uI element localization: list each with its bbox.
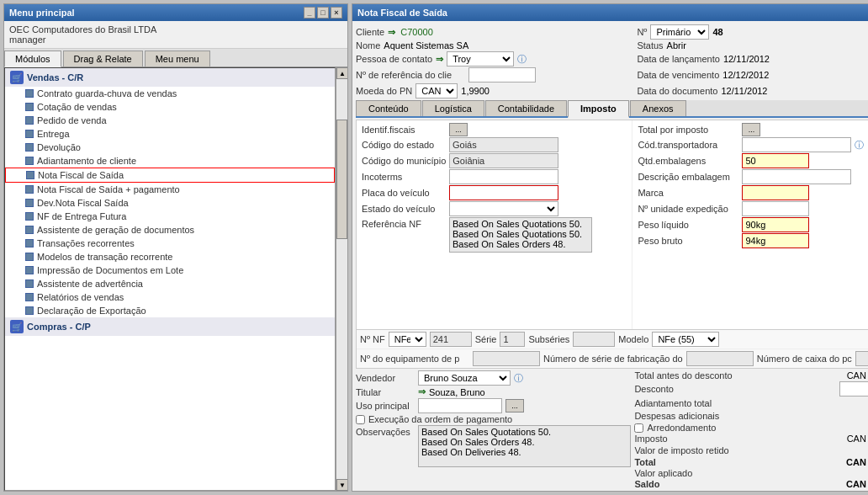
bottom-section: Vendedor Bruno Souza ⓘ Titular ⇒ Souza, … — [356, 370, 868, 489]
close-btn[interactable]: × — [331, 7, 342, 19]
cod-transp-input[interactable] — [742, 137, 851, 152]
nr-exp-input[interactable] — [742, 201, 809, 216]
status-label: Status — [637, 40, 663, 51]
left-title: Menu principal — [9, 8, 75, 18]
qtd-emb-input[interactable] — [742, 153, 809, 168]
menu-item-16[interactable]: Declaração de Exportação — [5, 304, 335, 317]
doc-value: 12/11/2012 — [721, 86, 767, 96]
n-label: Nº — [637, 27, 647, 37]
item-icon-7 — [25, 185, 34, 194]
right-window: Nota Fiscal de Saída _ □ × Cliente ⇒ C70… — [352, 3, 868, 492]
imposto-content: Identif.fiscais ... Código do estado Cód… — [357, 120, 868, 329]
identif-label: Identif.fiscais — [362, 125, 446, 135]
tab-logistica[interactable]: Logística — [422, 100, 484, 116]
modelo-label: Modelo — [618, 334, 648, 344]
nf-type-select[interactable]: NFe — [389, 332, 426, 347]
menu-item-9[interactable]: NF de Entrega Futura — [5, 210, 335, 223]
n-type-select[interactable]: Primário — [650, 24, 709, 40]
item-icon-13 — [25, 266, 34, 274]
tab-imposto[interactable]: Imposto — [568, 100, 629, 118]
section-compras[interactable]: 🛒 Compras - C/P — [5, 317, 335, 336]
peso-bruto-input[interactable] — [742, 233, 809, 248]
placa-label: Placa do veículo — [362, 188, 446, 198]
item-icon-11 — [25, 239, 34, 248]
menu-item-12[interactable]: Modelos de transação recorrente — [5, 250, 335, 263]
total-val-label: Total — [634, 457, 822, 467]
company-name: OEC Computadores do Brasil LTDA — [9, 24, 342, 35]
status-row: Status Abrir — [637, 40, 868, 51]
menu-item-0[interactable]: Contrato guarda-chuva de vendas — [5, 87, 335, 100]
scroll-down[interactable]: ▼ — [336, 479, 347, 491]
menu-item-6[interactable]: Nota Fiscal de Saída — [5, 168, 335, 183]
tab-contabilidade[interactable]: Contabilidade — [485, 100, 567, 116]
uso-btn[interactable]: ... — [505, 399, 524, 412]
pessoa-select[interactable]: Troy — [447, 51, 514, 67]
menu-item-14[interactable]: Assistente de advertência — [5, 277, 335, 290]
subseries-input[interactable] — [573, 332, 615, 347]
obs-label: Observações — [356, 425, 415, 437]
pessoa-info-icon[interactable]: ⓘ — [517, 53, 527, 66]
menu-item-5[interactable]: Adiantamento de cliente — [5, 154, 335, 168]
modelo-select[interactable]: NFe (55) — [652, 332, 719, 347]
identif-btn[interactable]: ... — [449, 123, 468, 136]
incoterms-input[interactable] — [449, 169, 558, 184]
menu-item-8[interactable]: Dev.Nota Fiscal Saída — [5, 196, 335, 210]
left-scrollbar[interactable]: ▲ ▼ — [336, 67, 347, 491]
equip-input[interactable] — [473, 351, 540, 366]
peso-liq-input[interactable] — [742, 217, 809, 232]
estado-input[interactable] — [449, 137, 558, 152]
item-icon-1 — [25, 103, 34, 111]
menu-item-7[interactable]: Nota Fiscal de Saída + pagamento — [5, 183, 335, 196]
despesas-label: Despesas adicionais — [634, 411, 868, 421]
marca-input[interactable] — [742, 185, 809, 200]
menu-item-15[interactable]: Relatórios de vendas — [5, 290, 335, 304]
placa-input[interactable] — [449, 185, 558, 200]
total-imposto-btn[interactable]: ... — [742, 123, 760, 136]
scroll-up[interactable]: ▲ — [336, 67, 347, 79]
ref-input[interactable] — [468, 67, 536, 82]
menu-item-11[interactable]: Transações recorrentes — [5, 237, 335, 250]
fabric-input[interactable] — [686, 351, 754, 366]
titular-arrow: ⇒ — [418, 386, 426, 397]
uso-input[interactable] — [418, 398, 502, 413]
doc-row: Data do documento 12/11/2012 — [637, 83, 868, 98]
execucao-checkbox[interactable] — [356, 415, 365, 424]
tab-meu-menu[interactable]: Meu menu — [145, 51, 210, 67]
desconto-input[interactable] — [839, 381, 868, 397]
tab-drag-relate[interactable]: Drag & Relate — [63, 51, 143, 67]
ref-nf-textarea[interactable]: Based On Sales Quotations 50. Based On S… — [449, 217, 592, 253]
nome-value: Aquent Sistemas SA — [384, 40, 468, 51]
menu-item-4[interactable]: Devolução — [5, 141, 335, 154]
maximize-btn[interactable]: □ — [317, 7, 329, 19]
peso-liq-label: Peso líquido — [638, 220, 738, 230]
menu-item-13[interactable]: Impressão de Documentos em Lote — [5, 263, 335, 277]
moeda-select[interactable]: CAN — [415, 83, 458, 98]
titular-row: Titular ⇒ Souza, Bruno — [356, 386, 631, 397]
tab-anexos[interactable]: Anexos — [630, 100, 686, 116]
qtd-emb-label: Qtd.embalagens — [638, 156, 738, 166]
serie-input[interactable] — [500, 332, 525, 347]
cod-transp-info[interactable]: ⓘ — [855, 139, 864, 152]
menu-item-2[interactable]: Pedido de venda — [5, 114, 335, 127]
vendedor-label: Vendedor — [356, 373, 415, 383]
menu-item-1[interactable]: Cotação de vendas — [5, 100, 335, 114]
menu-item-10[interactable]: Assistente de geração de documentos — [5, 223, 335, 237]
vendedor-select[interactable]: Bruno Souza — [418, 370, 511, 386]
estado-veic-select[interactable] — [449, 201, 558, 216]
section-vendas[interactable]: 🛒 Vendas - C/R — [5, 68, 335, 87]
tab-conteudo[interactable]: Conteúdo — [356, 100, 421, 116]
desc-emb-row: Descrição embalagem — [638, 169, 868, 184]
municipio-label: Código do município — [362, 156, 446, 166]
minimize-btn[interactable]: _ — [304, 7, 315, 19]
lanc-label: Data de lançamento — [637, 54, 719, 64]
municipio-input[interactable] — [449, 153, 558, 168]
caixa-input[interactable] — [855, 351, 868, 366]
menu-item-3[interactable]: Entrega — [5, 127, 335, 141]
desc-emb-input[interactable] — [742, 169, 851, 184]
arredond-checkbox[interactable] — [634, 423, 643, 433]
nf-value-input[interactable] — [430, 332, 472, 347]
tab-modulos[interactable]: Módulos — [4, 51, 61, 67]
left-window-controls: _ □ × — [304, 7, 342, 19]
obs-textarea[interactable]: Based On Sales Quotations 50. Based On S… — [418, 425, 631, 467]
vendedor-info[interactable]: ⓘ — [514, 372, 523, 385]
